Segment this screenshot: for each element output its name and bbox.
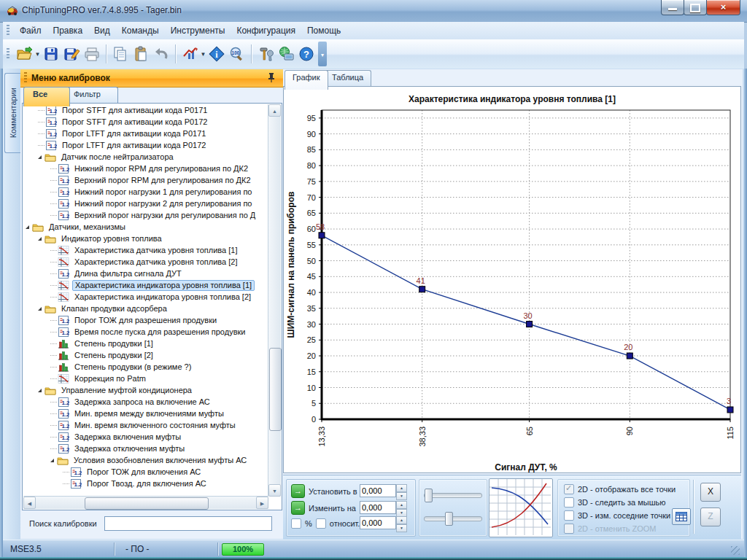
tree-item[interactable]: 1.2Задержка запроса на включение АС xyxy=(23,396,268,408)
expander-icon[interactable] xyxy=(38,389,42,392)
copy-button[interactable] xyxy=(110,43,131,65)
menu-item-вид[interactable]: Вид xyxy=(88,23,116,38)
tree-item[interactable]: Степень продувки [1] xyxy=(23,338,268,349)
tree-item[interactable]: 1.2Порог STFT для активации кода P0172 xyxy=(23,116,268,128)
vertical-scroll-thumb[interactable] xyxy=(269,348,282,431)
horizontal-scroll-thumb[interactable] xyxy=(85,497,209,510)
tree-item-folder[interactable]: Датчики, механизмы xyxy=(23,221,268,233)
menu-item-правка[interactable]: Правка xyxy=(47,23,89,38)
expander-icon[interactable] xyxy=(38,307,42,311)
spin-down-icon[interactable]: ▼ xyxy=(396,524,407,532)
spin-up-icon[interactable]: ▲ xyxy=(396,516,407,524)
tree-item[interactable]: 1.2Мин. время включенного состояния муфт… xyxy=(23,419,268,431)
z-axis-button[interactable]: Z xyxy=(700,508,721,526)
tree-item-folder[interactable]: Условия возобновления включения муфты АС xyxy=(23,454,268,466)
tree-item-folder[interactable]: Индикатор уровня топлива xyxy=(23,233,268,244)
relative-value-input[interactable] xyxy=(360,516,396,529)
change-value-input[interactable] xyxy=(360,501,396,514)
pin-icon[interactable] xyxy=(267,72,276,82)
print-button[interactable] xyxy=(82,43,102,65)
tree-item[interactable]: Степень продувки [2] xyxy=(23,349,268,361)
dropdown-arrow-icon[interactable]: ▼ xyxy=(34,43,41,65)
apply-set-button[interactable]: → xyxy=(291,484,305,498)
spin-down-icon[interactable]: ▼ xyxy=(396,509,407,517)
spin-down-icon[interactable]: ▼ xyxy=(396,492,407,500)
tools-button[interactable] xyxy=(255,43,276,65)
dropdown-arrow-icon[interactable]: ▼ xyxy=(200,43,206,65)
option-checkbox[interactable] xyxy=(564,497,574,508)
close-button[interactable]: × xyxy=(706,0,740,15)
relative-value-spinner[interactable]: ▲▼ xyxy=(360,516,407,531)
tree-item[interactable]: 1.2Порог ТОЖ для разрешения продувки xyxy=(23,314,268,326)
change-value-spinner[interactable]: ▲▼ xyxy=(360,501,407,516)
maximize-button[interactable] xyxy=(684,0,707,15)
expander-icon[interactable] xyxy=(38,237,42,241)
set-value-input[interactable] xyxy=(360,484,396,497)
chart-tool-button[interactable] xyxy=(179,43,200,65)
menu-item-помощь[interactable]: Помощь xyxy=(301,23,347,38)
tree-item-folder[interactable]: Датчик после нейтрализатора xyxy=(23,151,268,163)
table-grid-button[interactable] xyxy=(672,508,691,525)
menu-item-конфигурация[interactable]: Конфигурация xyxy=(231,23,301,38)
internet-button[interactable] xyxy=(276,43,296,65)
tree-vertical-scrollbar[interactable]: ▲ ▼ xyxy=(268,104,281,497)
y-slider[interactable] xyxy=(424,516,482,521)
y-slider-thumb[interactable] xyxy=(445,512,453,526)
scroll-right-icon[interactable]: ▶ xyxy=(256,497,268,509)
tree-item[interactable]: 1.2Нижний порог нагрузки 2 для регулиров… xyxy=(23,198,268,209)
apply-change-button[interactable]: → xyxy=(291,501,305,515)
set-value-spinner[interactable]: ▲▼ xyxy=(360,484,407,499)
x-axis-button[interactable]: X xyxy=(700,483,721,502)
tree-item[interactable]: 1.2Нижний порог RPM для регулирования по… xyxy=(23,163,268,174)
tree-item-folder[interactable]: Клапан продувки адсорбера xyxy=(23,303,268,314)
scroll-down-icon[interactable]: ▼ xyxy=(268,484,281,497)
menu-item-команды[interactable]: Команды xyxy=(116,23,165,38)
tree-item[interactable]: 1.2Нижний порог нагрузки 1 для регулиров… xyxy=(23,186,268,198)
resize-grip[interactable] xyxy=(731,546,740,555)
tree-item[interactable]: 1.2Порог Твозд. для включения АС xyxy=(23,478,268,489)
menu-item-инструменты[interactable]: Инструменты xyxy=(165,23,231,38)
relative-checkbox[interactable] xyxy=(316,518,326,529)
tab-all[interactable]: Все xyxy=(23,87,70,106)
tree-horizontal-scrollbar[interactable]: ◀ ▶ xyxy=(23,496,268,509)
expander-icon[interactable] xyxy=(26,225,29,229)
help-button[interactable]: ? xyxy=(296,43,317,65)
tree-item[interactable]: 1.2Верхний порог RPM для регулирования п… xyxy=(23,174,268,186)
tree-item[interactable]: Характеристика датчика уровня топлива [1… xyxy=(23,244,268,256)
scroll-left-icon[interactable]: ◀ xyxy=(23,497,36,509)
tree-item[interactable]: Характеристика индикатора уровня топлива… xyxy=(23,279,268,291)
option-checkbox[interactable] xyxy=(564,524,574,534)
spin-up-icon[interactable]: ▲ xyxy=(396,501,407,509)
tree-item[interactable]: 1.2Время после пуска для разрешения прод… xyxy=(23,326,268,338)
option-checkbox[interactable] xyxy=(564,484,574,494)
expander-icon[interactable] xyxy=(50,459,54,462)
expander-icon[interactable] xyxy=(38,155,42,159)
open-folder-button[interactable] xyxy=(14,43,34,65)
save-button[interactable] xyxy=(41,43,61,65)
tree-item[interactable]: 1.2Задержка включения муфты xyxy=(23,431,268,443)
tree-item[interactable]: Степень продувки (в режиме ?) xyxy=(23,361,268,373)
info-button[interactable]: i xyxy=(206,43,227,65)
curve-preview-button[interactable] xyxy=(489,478,553,537)
spin-up-icon[interactable]: ▲ xyxy=(396,484,407,492)
toolbar-overflow-icon[interactable]: ▾ xyxy=(318,42,327,66)
tree-item[interactable]: Характеристика индикатора уровня топлива… xyxy=(23,291,268,303)
zoom-100-button[interactable]: 100 xyxy=(227,43,247,65)
minimize-button[interactable] xyxy=(661,0,684,15)
tree-item[interactable]: 1.2Мин. время между включениями муфты xyxy=(23,408,268,419)
x-slider-thumb[interactable] xyxy=(425,489,433,502)
tree-item[interactable]: 1.2Верхний порог нагрузки для регулирова… xyxy=(23,209,268,221)
calibration-search-input[interactable] xyxy=(104,516,272,531)
tab-graph[interactable]: График xyxy=(285,70,328,90)
tree-item[interactable]: 1.2Задержка отключения муфты xyxy=(23,443,268,454)
tree-item[interactable]: Коррекция по Patm xyxy=(23,373,268,384)
tree-item-folder[interactable]: Управление муфтой кондиционера xyxy=(23,384,268,396)
paste-button[interactable] xyxy=(131,43,151,65)
tree-item[interactable]: 1.2Порог LTFT для активации кода P0171 xyxy=(23,128,268,139)
x-slider[interactable] xyxy=(424,493,482,498)
tree-item[interactable]: Характеристика датчика уровня топлива [2… xyxy=(23,256,268,268)
save-as-button[interactable] xyxy=(61,43,82,65)
menu-item-файл[interactable]: Файл xyxy=(14,23,47,38)
percent-checkbox[interactable] xyxy=(291,518,301,529)
chart-area[interactable]: Характеристика индикатора уровня топлива… xyxy=(283,86,741,473)
